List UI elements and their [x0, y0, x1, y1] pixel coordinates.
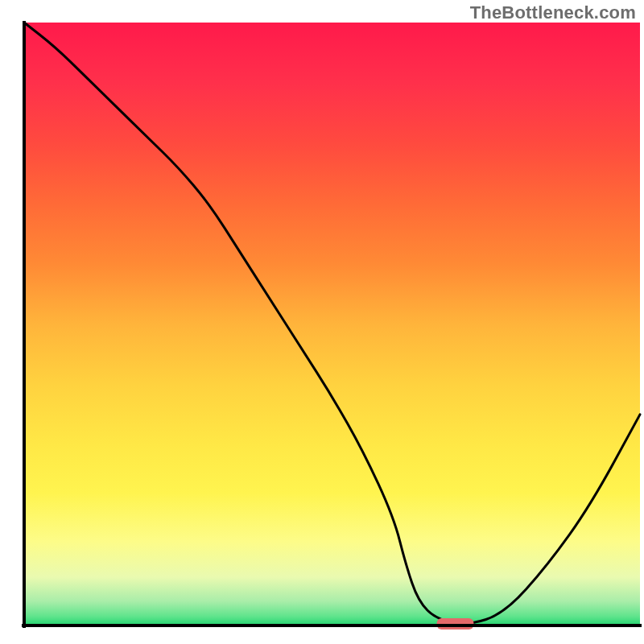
bottleneck-chart	[0, 0, 644, 644]
plot-area	[24, 23, 640, 625]
watermark-text: TheBottleneck.com	[470, 2, 636, 23]
chart-container: TheBottleneck.com	[0, 0, 644, 644]
